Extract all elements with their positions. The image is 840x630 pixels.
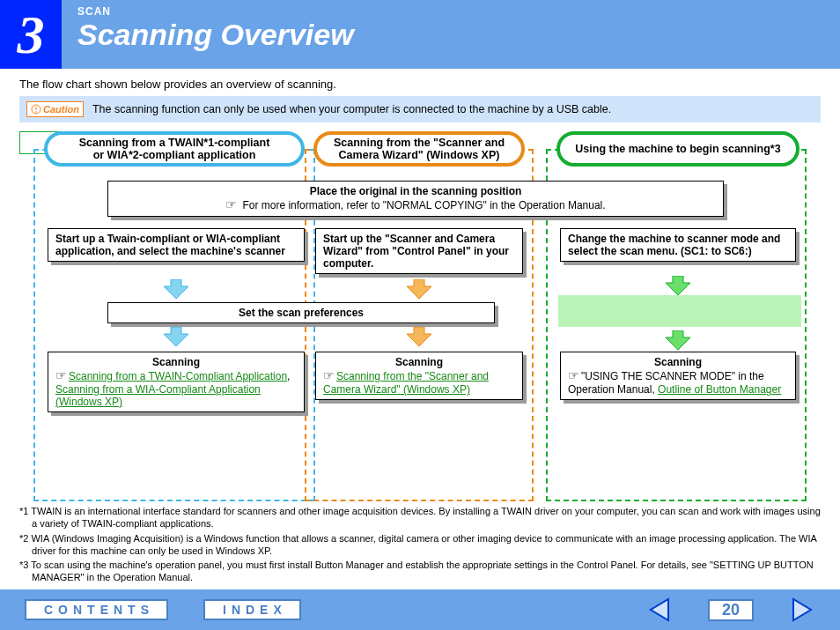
- link-scan-wia[interactable]: Scanning from a WIA-Compliant Applicatio…: [55, 383, 261, 408]
- box-set-preferences-green-bg: [558, 295, 801, 327]
- page-number: 20: [708, 599, 754, 621]
- box-scanning-machine: Scanning ☞"USING THE SCANNER MODE" in th…: [560, 352, 796, 400]
- pill-machine: Using the machine to begin scanning*3: [556, 131, 799, 167]
- caution-text: The scanning function can only be used w…: [92, 101, 611, 115]
- box-place-original: Place the original in the scanning posit…: [107, 181, 724, 217]
- link-button-manager[interactable]: Outline of Button Manager: [658, 383, 781, 396]
- pointer-icon: ☞: [568, 369, 579, 382]
- arrow-icon: [407, 279, 431, 299]
- next-page-button[interactable]: [789, 597, 815, 623]
- triangle-right-icon: [789, 597, 815, 623]
- lead-text: The flow chart shown below provides an o…: [0, 69, 840, 96]
- scan3-heading: Scanning: [568, 356, 788, 368]
- footnote-3: *3 To scan using the machine's operation…: [19, 559, 821, 584]
- pill-machine-text: Using the machine to begin scanning*3: [575, 143, 780, 155]
- place-title: Place the original in the scanning posit…: [115, 185, 716, 197]
- scan2-heading: Scanning: [323, 356, 515, 368]
- page-title: Scanning Overview: [77, 18, 354, 52]
- box-set-preferences: Set the scan preferences: [107, 302, 495, 323]
- pointer-icon: ☞: [323, 369, 335, 382]
- warning-icon: [31, 104, 41, 115]
- arrow-icon: [407, 327, 431, 346]
- pointer-icon: ☞: [55, 369, 67, 382]
- caution-label: Caution: [43, 104, 79, 115]
- page-header: 3 SCAN Scanning Overview: [0, 0, 840, 69]
- link-scan-wizard[interactable]: Scanning from the "Scanner and Camera Wi…: [323, 370, 489, 396]
- svg-point-2: [35, 111, 37, 113]
- footnote-1: *1 TWAIN is an international interface s…: [19, 505, 821, 530]
- section-kicker: SCAN: [77, 5, 354, 18]
- caution-banner: Caution The scanning function can only b…: [19, 96, 821, 122]
- pill-twain-line2: or WIA*2-compliant application: [93, 149, 256, 161]
- pill-wizard: Scanning from the "Scanner and Camera Wi…: [313, 131, 525, 167]
- link-scan-twain[interactable]: Scanning from a TWAIN-Compliant Applicat…: [69, 370, 287, 382]
- scan1-heading: Scanning: [55, 356, 297, 368]
- flowchart: Scanning from a TWAIN*1-compliant or WIA…: [19, 131, 821, 501]
- prev-page-button[interactable]: [646, 597, 673, 623]
- box-scanning-wizard: Scanning ☞Scanning from the "Scanner and…: [315, 352, 523, 400]
- triangle-left-icon: [646, 597, 673, 623]
- pointer-icon: ☞: [225, 197, 237, 212]
- footnotes: *1 TWAIN is an international interface s…: [19, 505, 821, 584]
- caution-badge: Caution: [26, 101, 84, 117]
- pill-twain: Scanning from a TWAIN*1-compliant or WIA…: [44, 131, 305, 167]
- arrow-icon: [164, 279, 188, 299]
- arrow-icon: [666, 276, 690, 295]
- index-button[interactable]: INDEX: [203, 599, 301, 620]
- pill-twain-line1: Scanning from a TWAIN*1-compliant: [79, 137, 270, 149]
- chapter-number: 3: [0, 0, 62, 69]
- bottom-nav: CONTENTS INDEX 20: [0, 589, 840, 630]
- place-sub: For more information, refer to "NORMAL C…: [242, 199, 605, 211]
- footnote-2: *2 WIA (Windows Imaging Acquisition) is …: [19, 532, 821, 558]
- box-start-machine: Change the machine to scanner mode and s…: [560, 228, 796, 262]
- pill-wizard-line1: Scanning from the "Scanner and: [334, 137, 505, 149]
- box-start-twain: Start up a Twain-compliant or WIA-compli…: [48, 228, 305, 262]
- pill-wizard-line2: Camera Wizard" (Windows XP): [339, 149, 500, 161]
- header-text: SCAN Scanning Overview: [62, 0, 370, 69]
- contents-button[interactable]: CONTENTS: [25, 599, 168, 620]
- arrow-icon: [666, 330, 690, 350]
- box-start-wizard: Start up the "Scanner and Camera Wizard"…: [315, 228, 523, 274]
- arrow-icon: [164, 327, 188, 346]
- box-scanning-twain: Scanning ☞Scanning from a TWAIN-Complian…: [48, 352, 305, 412]
